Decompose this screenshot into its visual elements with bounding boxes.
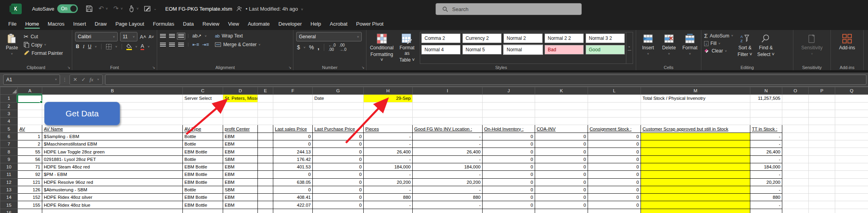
cell-A9[interactable]: 56 [18, 155, 42, 163]
cell-I6[interactable]: - [413, 133, 483, 140]
merge-center-dropdown-icon[interactable]: ˅ [259, 43, 261, 47]
cell-A13[interactable]: 126 [18, 186, 42, 193]
cell-M14[interactable] [641, 194, 750, 201]
col-header-L[interactable]: L [588, 87, 641, 95]
row-header-9[interactable]: 9 [0, 155, 18, 163]
cell-H12[interactable]: 20,200 [364, 178, 413, 186]
cell-I7[interactable]: - [413, 140, 483, 148]
cell-J5[interactable]: On-Hold Inventory : [483, 125, 535, 133]
cell-I4[interactable] [413, 118, 483, 125]
cell-N15[interactable]: - [750, 201, 782, 209]
cell-J11[interactable]: 0 [483, 171, 535, 178]
cell-G8[interactable]: 0 [313, 148, 364, 155]
align-right-icon[interactable] [178, 43, 184, 47]
col-header-M[interactable]: M [641, 87, 750, 95]
redo-icon[interactable]: ↷ [113, 6, 118, 12]
cell-I16[interactable] [413, 209, 483, 213]
cell-B13[interactable]: $Abmusterung - SBM [42, 186, 183, 193]
cell-O12[interactable] [782, 178, 809, 186]
cell-G14[interactable]: 0 [313, 194, 364, 201]
cell-F14[interactable]: 408.41 [273, 194, 313, 201]
cell-A11[interactable]: 92 [18, 171, 42, 178]
cell-Q8[interactable] [835, 148, 868, 155]
cell-H1[interactable]: 29-Sep [364, 95, 413, 102]
cell-P5[interactable] [809, 125, 835, 133]
sort-filter-button[interactable]: AZ Sort & Filter ˅ [736, 32, 754, 64]
cell-N11[interactable]: - [750, 171, 782, 178]
cell-K15[interactable]: 0 [535, 201, 588, 209]
row-header-16[interactable]: 16 [0, 209, 18, 213]
cell-L13[interactable]: 0 [588, 186, 641, 193]
cell-A15[interactable]: 155 [18, 201, 42, 209]
cell-Q6[interactable] [835, 133, 868, 140]
cell-I2[interactable] [413, 102, 483, 110]
cell-I14[interactable]: 880 [413, 194, 483, 201]
cell-J9[interactable]: 0 [483, 155, 535, 163]
cell-H5[interactable]: Pieces [364, 125, 413, 133]
cell-F11[interactable]: 0 [273, 171, 313, 178]
cell-D12[interactable]: EBM [223, 178, 258, 186]
cancel-entry-icon[interactable]: ✕ [73, 77, 77, 82]
cell-N12[interactable]: 20,200 [750, 178, 782, 186]
row-header-8[interactable]: 8 [0, 148, 18, 155]
last-modified-label[interactable]: Last Modified: 4h ago [249, 6, 298, 12]
row-header-11[interactable]: 11 [0, 171, 18, 178]
cell-Q3[interactable] [835, 110, 868, 117]
align-middle-icon[interactable] [169, 34, 175, 38]
cell-H9[interactable]: - [364, 155, 413, 163]
font-dialog-launcher-icon[interactable]: ↘ [152, 65, 155, 69]
clear-dropdown-icon[interactable]: ˅ [725, 49, 727, 53]
cell-H6[interactable]: - [364, 133, 413, 140]
cell-A7[interactable]: 2 [18, 140, 42, 148]
cell-K5[interactable]: COA-INV [535, 125, 588, 133]
style-chip-normal-5[interactable]: Normal 5 [462, 45, 502, 54]
cell-D13[interactable]: SBM [223, 186, 258, 193]
cell-D2[interactable] [223, 102, 258, 110]
cell-C14[interactable]: EBM Bottle [183, 194, 223, 201]
cell-H10[interactable]: 184,000 [364, 163, 413, 170]
style-chip-normal-4[interactable]: Normal 4 [421, 45, 460, 54]
fill-dropdown-icon[interactable]: ˅ [718, 42, 720, 45]
cell-D10[interactable]: EBM [223, 163, 258, 170]
font-name-select[interactable]: Calibri˅ [75, 32, 118, 41]
cell-L10[interactable]: 0 [588, 163, 641, 170]
row-header-4[interactable]: 4 [0, 118, 18, 125]
cell-H8[interactable]: 26,400 [364, 148, 413, 155]
fill-color-icon[interactable] [126, 43, 132, 50]
cell-L12[interactable]: 0 [588, 178, 641, 186]
cell-M10[interactable] [641, 163, 750, 170]
col-header-E[interactable]: E [258, 87, 273, 95]
cell-N1[interactable]: 11,257,505 [750, 95, 782, 102]
cell-B5[interactable]: AV Name [42, 125, 183, 133]
tab-power-pivot[interactable]: Power Pivot [352, 19, 388, 30]
cell-B9[interactable]: 0291881- Lysol 28oz PET [42, 155, 183, 163]
name-box[interactable]: A1˅ [3, 75, 60, 85]
cell-J7[interactable]: 0 [483, 140, 535, 148]
fill-button[interactable]: ↓Fill˅ [704, 41, 733, 46]
cell-M11[interactable] [641, 171, 750, 178]
cell-G10[interactable]: 0 [313, 163, 364, 170]
cell-M4[interactable] [641, 118, 750, 125]
save-icon[interactable] [86, 5, 93, 12]
cell-E8[interactable] [258, 148, 273, 155]
style-chip-currency-2[interactable]: Currency 2 [462, 34, 502, 43]
style-chip-good[interactable]: Good [586, 45, 625, 54]
tab-developer[interactable]: Developer [274, 19, 306, 30]
col-header-C[interactable]: C [183, 87, 223, 95]
italic-button[interactable]: I [83, 44, 85, 50]
undo-dropdown-icon[interactable]: ˅ [106, 7, 108, 11]
cell-O4[interactable] [782, 118, 809, 125]
cell-H13[interactable]: - [364, 186, 413, 193]
col-header-B[interactable]: B [42, 87, 183, 95]
cell-D5[interactable]: profit Center [223, 125, 258, 133]
cell-L7[interactable]: 0 [588, 140, 641, 148]
cell-C2[interactable] [183, 102, 223, 110]
cell-A14[interactable]: 152 [18, 194, 42, 201]
row-header-6[interactable]: 6 [0, 133, 18, 140]
get-data-button[interactable]: Get Data [44, 102, 120, 125]
cell-M12[interactable] [641, 178, 750, 186]
cell-D4[interactable] [223, 118, 258, 125]
cell-L1[interactable] [588, 95, 641, 102]
cell-M1[interactable]: Total Stock / Physical Invenotry [641, 95, 750, 102]
cell-F16[interactable] [273, 209, 313, 213]
